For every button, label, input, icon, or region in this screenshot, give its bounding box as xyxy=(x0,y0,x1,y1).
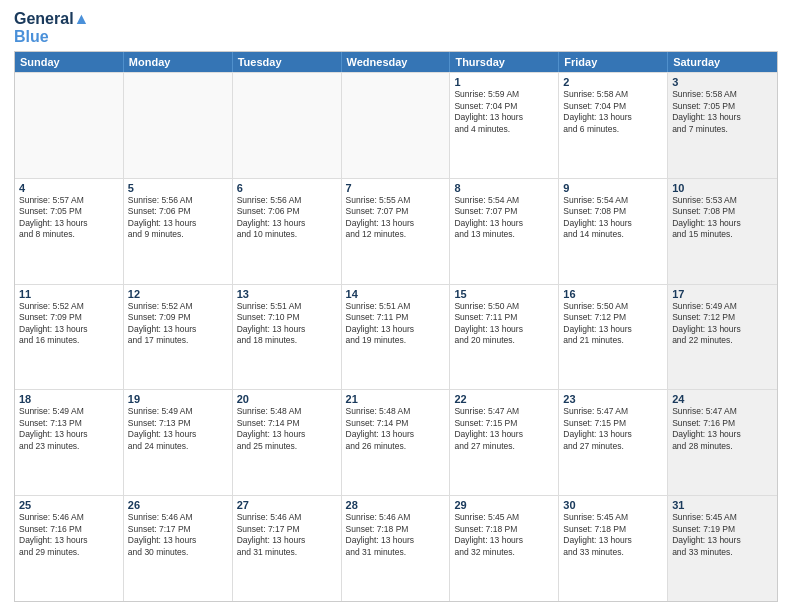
day-info: Sunrise: 5:52 AM Sunset: 7:09 PM Dayligh… xyxy=(128,301,228,347)
day-info: Sunrise: 5:48 AM Sunset: 7:14 PM Dayligh… xyxy=(346,406,446,452)
weekday-header-thursday: Thursday xyxy=(450,52,559,72)
calendar-cell-26: 26Sunrise: 5:46 AM Sunset: 7:17 PM Dayli… xyxy=(124,496,233,601)
calendar-cell-empty-0-3 xyxy=(342,73,451,178)
day-info: Sunrise: 5:47 AM Sunset: 7:15 PM Dayligh… xyxy=(563,406,663,452)
day-info: Sunrise: 5:58 AM Sunset: 7:04 PM Dayligh… xyxy=(563,89,663,135)
day-info: Sunrise: 5:56 AM Sunset: 7:06 PM Dayligh… xyxy=(237,195,337,241)
day-number: 28 xyxy=(346,499,446,511)
day-info: Sunrise: 5:45 AM Sunset: 7:19 PM Dayligh… xyxy=(672,512,773,558)
calendar-cell-1: 1Sunrise: 5:59 AM Sunset: 7:04 PM Daylig… xyxy=(450,73,559,178)
calendar-cell-2: 2Sunrise: 5:58 AM Sunset: 7:04 PM Daylig… xyxy=(559,73,668,178)
day-number: 18 xyxy=(19,393,119,405)
day-number: 19 xyxy=(128,393,228,405)
day-number: 23 xyxy=(563,393,663,405)
calendar-cell-23: 23Sunrise: 5:47 AM Sunset: 7:15 PM Dayli… xyxy=(559,390,668,495)
day-number: 7 xyxy=(346,182,446,194)
day-info: Sunrise: 5:49 AM Sunset: 7:12 PM Dayligh… xyxy=(672,301,773,347)
calendar-cell-27: 27Sunrise: 5:46 AM Sunset: 7:17 PM Dayli… xyxy=(233,496,342,601)
weekday-header-monday: Monday xyxy=(124,52,233,72)
day-info: Sunrise: 5:49 AM Sunset: 7:13 PM Dayligh… xyxy=(128,406,228,452)
calendar-cell-7: 7Sunrise: 5:55 AM Sunset: 7:07 PM Daylig… xyxy=(342,179,451,284)
day-info: Sunrise: 5:46 AM Sunset: 7:17 PM Dayligh… xyxy=(128,512,228,558)
day-info: Sunrise: 5:46 AM Sunset: 7:16 PM Dayligh… xyxy=(19,512,119,558)
calendar: SundayMondayTuesdayWednesdayThursdayFrid… xyxy=(14,51,778,602)
day-info: Sunrise: 5:54 AM Sunset: 7:08 PM Dayligh… xyxy=(563,195,663,241)
day-info: Sunrise: 5:55 AM Sunset: 7:07 PM Dayligh… xyxy=(346,195,446,241)
calendar-cell-empty-0-1 xyxy=(124,73,233,178)
weekday-header-friday: Friday xyxy=(559,52,668,72)
calendar-cell-14: 14Sunrise: 5:51 AM Sunset: 7:11 PM Dayli… xyxy=(342,285,451,390)
day-number: 17 xyxy=(672,288,773,300)
calendar-week-4: 18Sunrise: 5:49 AM Sunset: 7:13 PM Dayli… xyxy=(15,389,777,495)
day-number: 4 xyxy=(19,182,119,194)
day-info: Sunrise: 5:47 AM Sunset: 7:15 PM Dayligh… xyxy=(454,406,554,452)
day-info: Sunrise: 5:53 AM Sunset: 7:08 PM Dayligh… xyxy=(672,195,773,241)
calendar-cell-17: 17Sunrise: 5:49 AM Sunset: 7:12 PM Dayli… xyxy=(668,285,777,390)
calendar-cell-29: 29Sunrise: 5:45 AM Sunset: 7:18 PM Dayli… xyxy=(450,496,559,601)
day-info: Sunrise: 5:57 AM Sunset: 7:05 PM Dayligh… xyxy=(19,195,119,241)
day-number: 21 xyxy=(346,393,446,405)
day-number: 8 xyxy=(454,182,554,194)
calendar-week-5: 25Sunrise: 5:46 AM Sunset: 7:16 PM Dayli… xyxy=(15,495,777,601)
day-number: 11 xyxy=(19,288,119,300)
calendar-cell-empty-0-0 xyxy=(15,73,124,178)
day-info: Sunrise: 5:50 AM Sunset: 7:11 PM Dayligh… xyxy=(454,301,554,347)
weekday-header-saturday: Saturday xyxy=(668,52,777,72)
calendar-cell-28: 28Sunrise: 5:46 AM Sunset: 7:18 PM Dayli… xyxy=(342,496,451,601)
calendar-cell-12: 12Sunrise: 5:52 AM Sunset: 7:09 PM Dayli… xyxy=(124,285,233,390)
calendar-cell-empty-0-2 xyxy=(233,73,342,178)
calendar-cell-6: 6Sunrise: 5:56 AM Sunset: 7:06 PM Daylig… xyxy=(233,179,342,284)
day-info: Sunrise: 5:50 AM Sunset: 7:12 PM Dayligh… xyxy=(563,301,663,347)
weekday-header-sunday: Sunday xyxy=(15,52,124,72)
day-info: Sunrise: 5:46 AM Sunset: 7:18 PM Dayligh… xyxy=(346,512,446,558)
day-info: Sunrise: 5:56 AM Sunset: 7:06 PM Dayligh… xyxy=(128,195,228,241)
day-number: 12 xyxy=(128,288,228,300)
day-number: 22 xyxy=(454,393,554,405)
day-number: 24 xyxy=(672,393,773,405)
day-number: 6 xyxy=(237,182,337,194)
day-number: 3 xyxy=(672,76,773,88)
calendar-cell-16: 16Sunrise: 5:50 AM Sunset: 7:12 PM Dayli… xyxy=(559,285,668,390)
day-number: 15 xyxy=(454,288,554,300)
calendar-week-1: 1Sunrise: 5:59 AM Sunset: 7:04 PM Daylig… xyxy=(15,72,777,178)
day-number: 2 xyxy=(563,76,663,88)
day-number: 26 xyxy=(128,499,228,511)
day-info: Sunrise: 5:59 AM Sunset: 7:04 PM Dayligh… xyxy=(454,89,554,135)
day-info: Sunrise: 5:51 AM Sunset: 7:11 PM Dayligh… xyxy=(346,301,446,347)
calendar-body: 1Sunrise: 5:59 AM Sunset: 7:04 PM Daylig… xyxy=(15,72,777,601)
weekday-header-tuesday: Tuesday xyxy=(233,52,342,72)
calendar-cell-3: 3Sunrise: 5:58 AM Sunset: 7:05 PM Daylig… xyxy=(668,73,777,178)
day-info: Sunrise: 5:45 AM Sunset: 7:18 PM Dayligh… xyxy=(454,512,554,558)
calendar-cell-8: 8Sunrise: 5:54 AM Sunset: 7:07 PM Daylig… xyxy=(450,179,559,284)
page-header: General▲ Blue xyxy=(14,10,778,45)
calendar-cell-22: 22Sunrise: 5:47 AM Sunset: 7:15 PM Dayli… xyxy=(450,390,559,495)
logo-text: General▲ xyxy=(14,10,89,28)
calendar-cell-24: 24Sunrise: 5:47 AM Sunset: 7:16 PM Dayli… xyxy=(668,390,777,495)
day-number: 16 xyxy=(563,288,663,300)
day-info: Sunrise: 5:49 AM Sunset: 7:13 PM Dayligh… xyxy=(19,406,119,452)
day-number: 29 xyxy=(454,499,554,511)
day-info: Sunrise: 5:46 AM Sunset: 7:17 PM Dayligh… xyxy=(237,512,337,558)
day-number: 31 xyxy=(672,499,773,511)
calendar-week-3: 11Sunrise: 5:52 AM Sunset: 7:09 PM Dayli… xyxy=(15,284,777,390)
calendar-cell-4: 4Sunrise: 5:57 AM Sunset: 7:05 PM Daylig… xyxy=(15,179,124,284)
day-info: Sunrise: 5:52 AM Sunset: 7:09 PM Dayligh… xyxy=(19,301,119,347)
calendar-cell-19: 19Sunrise: 5:49 AM Sunset: 7:13 PM Dayli… xyxy=(124,390,233,495)
calendar-cell-11: 11Sunrise: 5:52 AM Sunset: 7:09 PM Dayli… xyxy=(15,285,124,390)
day-info: Sunrise: 5:51 AM Sunset: 7:10 PM Dayligh… xyxy=(237,301,337,347)
day-info: Sunrise: 5:54 AM Sunset: 7:07 PM Dayligh… xyxy=(454,195,554,241)
calendar-cell-9: 9Sunrise: 5:54 AM Sunset: 7:08 PM Daylig… xyxy=(559,179,668,284)
calendar-cell-18: 18Sunrise: 5:49 AM Sunset: 7:13 PM Dayli… xyxy=(15,390,124,495)
calendar-cell-15: 15Sunrise: 5:50 AM Sunset: 7:11 PM Dayli… xyxy=(450,285,559,390)
day-number: 27 xyxy=(237,499,337,511)
day-info: Sunrise: 5:47 AM Sunset: 7:16 PM Dayligh… xyxy=(672,406,773,452)
day-number: 25 xyxy=(19,499,119,511)
day-number: 20 xyxy=(237,393,337,405)
calendar-cell-30: 30Sunrise: 5:45 AM Sunset: 7:18 PM Dayli… xyxy=(559,496,668,601)
logo-blue: Blue xyxy=(14,28,89,46)
day-number: 13 xyxy=(237,288,337,300)
calendar-week-2: 4Sunrise: 5:57 AM Sunset: 7:05 PM Daylig… xyxy=(15,178,777,284)
day-info: Sunrise: 5:58 AM Sunset: 7:05 PM Dayligh… xyxy=(672,89,773,135)
day-number: 9 xyxy=(563,182,663,194)
logo: General▲ Blue xyxy=(14,10,89,45)
